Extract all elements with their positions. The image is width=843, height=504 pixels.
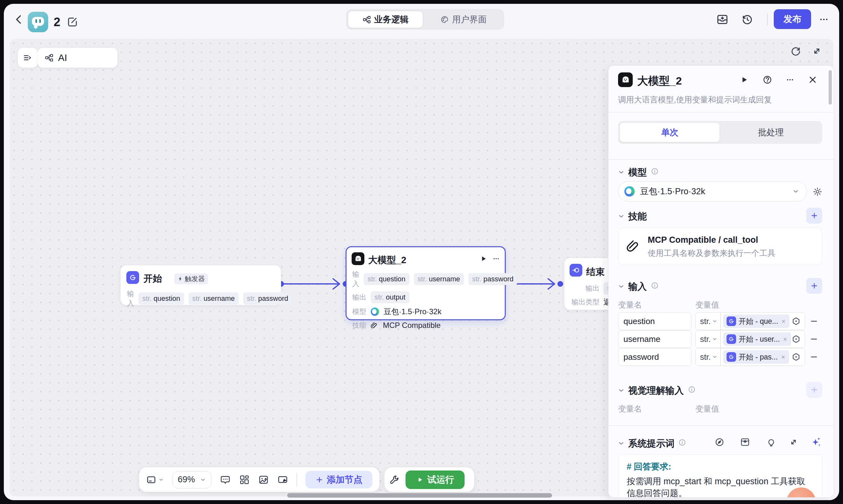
doubao-icon: [624, 186, 635, 197]
test-run-button[interactable]: 试运行: [406, 470, 465, 489]
minimap-icon: [146, 475, 156, 485]
chevron-down-icon[interactable]: [617, 213, 625, 220]
chevron-down-icon: [792, 187, 800, 195]
chevron-down-icon[interactable]: [617, 386, 625, 394]
var-name-input[interactable]: [618, 348, 692, 366]
wrench-icon[interactable]: [389, 474, 400, 485]
info-icon[interactable]: [687, 385, 696, 394]
prompt-library-icon[interactable]: [740, 437, 750, 447]
output-label: 输出: [352, 292, 366, 302]
edit-icon[interactable]: [66, 16, 78, 28]
skill-section-title: 技能: [628, 210, 647, 223]
info-icon[interactable]: [651, 281, 659, 290]
col-value-label: 变量值: [695, 403, 719, 414]
ghost-icon: [620, 74, 631, 85]
back-icon[interactable]: [13, 14, 25, 25]
archive-icon[interactable]: [716, 13, 729, 26]
remove-row-icon[interactable]: [809, 353, 819, 361]
remove-row-icon[interactable]: [809, 317, 819, 326]
tab-single[interactable]: 单次: [620, 123, 719, 142]
skill-card[interactable]: MCP Compatible / call_tool 使用工具名称及参数来执行一…: [618, 228, 822, 265]
tab-user-interface[interactable]: 用户界面: [423, 14, 504, 25]
var-value-box[interactable]: str. 开始 - pas...: [695, 348, 805, 366]
test-run-label: 试运行: [428, 474, 454, 486]
var-name-input[interactable]: [618, 312, 692, 330]
panel-scrollbar-thumb[interactable]: [829, 70, 832, 105]
workflow-pill[interactable]: AI: [38, 48, 118, 68]
publish-button[interactable]: 发布: [774, 9, 811, 29]
vision-section-title: 视觉理解输入: [628, 384, 684, 397]
chevron-down-icon[interactable]: [617, 439, 625, 447]
ai-optimize-sparkle-icon[interactable]: [810, 436, 822, 448]
compass-icon[interactable]: [714, 437, 724, 447]
var-name-input[interactable]: [618, 330, 692, 348]
hexagon-setting-icon[interactable]: [791, 352, 801, 362]
run-node-icon[interactable]: [479, 255, 487, 263]
model-settings-gear-icon[interactable]: [812, 186, 823, 197]
variable-ref-chip[interactable]: 开始 - user...: [723, 332, 791, 346]
start-node-icon: [126, 271, 139, 284]
input-label: 输入: [127, 289, 134, 308]
sidebar-expand-icon: [23, 53, 33, 62]
app-avatar[interactable]: [28, 12, 48, 32]
comment-icon[interactable]: [220, 474, 231, 485]
var-value-box[interactable]: str. 开始 - user...: [695, 330, 805, 348]
panel-help-icon[interactable]: [762, 75, 772, 85]
panel-close-icon[interactable]: [808, 75, 818, 85]
model-label: 模型: [352, 307, 366, 317]
var-chip: str.password: [243, 292, 292, 305]
hexagon-setting-icon[interactable]: [791, 334, 801, 344]
node-more-icon[interactable]: [492, 255, 500, 263]
type-select[interactable]: str.: [696, 335, 718, 344]
auto-layout-icon[interactable]: [239, 474, 250, 485]
remove-ref-icon[interactable]: [783, 337, 788, 342]
export-icon[interactable]: [277, 474, 288, 485]
tab-business-logic[interactable]: 业务逻辑: [348, 11, 423, 28]
add-input-button[interactable]: [806, 278, 822, 294]
col-value-label: 变量值: [695, 300, 719, 310]
type-select[interactable]: str.: [696, 317, 718, 326]
flow-icon: [362, 15, 371, 24]
type-select[interactable]: str.: [696, 353, 718, 362]
add-vision-input-button[interactable]: [806, 382, 822, 398]
zoom-select[interactable]: 69%: [172, 471, 212, 488]
history-icon[interactable]: [741, 13, 754, 26]
add-node-button[interactable]: 添加节点: [305, 471, 372, 488]
remove-ref-icon[interactable]: [781, 319, 786, 324]
node-model[interactable]: 大模型_2 输入 str.question str.username str.p…: [345, 246, 506, 320]
lightbulb-icon[interactable]: [766, 437, 776, 447]
expand-prompt-icon[interactable]: [788, 437, 799, 447]
chevron-down-icon: [712, 354, 718, 360]
node-start[interactable]: 开始 触发器 输入 str.question str.username str.…: [120, 265, 281, 305]
col-name-label: 变量名: [618, 403, 642, 414]
skill-item-desc: 使用工具名称及参数来执行一个工具: [648, 248, 775, 258]
upload-image-icon[interactable]: [258, 474, 269, 485]
info-icon[interactable]: [678, 438, 686, 447]
tab-batch[interactable]: 批处理: [719, 127, 822, 138]
plus-icon: [810, 386, 819, 394]
hexagon-setting-icon[interactable]: [791, 317, 801, 326]
var-value-box[interactable]: str. 开始 - que...: [695, 312, 805, 330]
model-select[interactable]: 豆包·1.5·Pro·32k: [618, 181, 807, 202]
horizontal-scrollbar-thumb[interactable]: [287, 493, 552, 498]
plus-icon: [810, 282, 819, 290]
remove-ref-icon[interactable]: [781, 354, 786, 360]
sidebar-toggle-button[interactable]: [18, 48, 38, 68]
more-icon[interactable]: [818, 14, 830, 25]
panel-run-icon[interactable]: [739, 75, 749, 85]
chevron-down-icon[interactable]: [617, 168, 625, 176]
trigger-badge-label: 触发器: [185, 274, 205, 283]
variable-ref-chip[interactable]: 开始 - que...: [723, 314, 789, 328]
model-section-title: 模型: [628, 166, 647, 179]
fullscreen-icon[interactable]: [811, 45, 823, 57]
reload-icon[interactable]: [790, 45, 802, 57]
remove-row-icon[interactable]: [809, 335, 819, 344]
panel-more-icon[interactable]: [785, 75, 795, 85]
flow-icon: [45, 53, 54, 62]
info-icon[interactable]: [651, 167, 659, 176]
minimap-toggle[interactable]: [146, 475, 164, 485]
chevron-down-icon[interactable]: [617, 283, 625, 290]
add-skill-button[interactable]: [806, 208, 822, 223]
variable-ref-chip[interactable]: 开始 - pas...: [723, 350, 789, 364]
bolt-icon: [177, 276, 183, 282]
